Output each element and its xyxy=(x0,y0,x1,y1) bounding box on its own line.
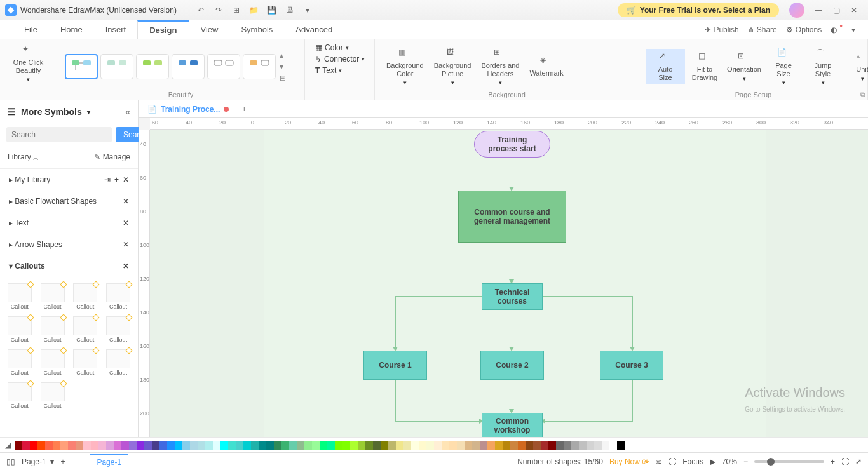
color-swatch[interactable] xyxy=(274,441,281,450)
color-swatch[interactable] xyxy=(602,441,609,450)
text-dropdown[interactable]: TText▾ xyxy=(311,65,368,76)
menu-file[interactable]: File xyxy=(13,21,49,38)
undo-icon[interactable]: ↶ xyxy=(192,1,210,19)
menu-view[interactable]: View xyxy=(189,21,230,38)
publish-button[interactable]: ✈Publish xyxy=(705,25,738,34)
color-swatch[interactable] xyxy=(137,441,144,450)
color-swatch[interactable] xyxy=(396,441,403,450)
print-icon[interactable]: 🖶 xyxy=(281,1,299,19)
user-avatar[interactable] xyxy=(789,3,804,18)
color-swatch[interactable] xyxy=(587,441,594,450)
callout-shape[interactable]: Callout xyxy=(4,281,36,312)
callout-shape[interactable]: Callout xyxy=(37,380,69,412)
close-cat-icon[interactable]: ✕ xyxy=(123,197,129,206)
color-swatch[interactable] xyxy=(335,441,342,450)
cat-my-library[interactable]: ▸ My Library⇥+✕ xyxy=(0,169,138,191)
watermark-button[interactable]: ◈Watermark xyxy=(524,53,568,80)
theme-5[interactable] xyxy=(207,54,240,79)
color-swatch[interactable] xyxy=(37,441,45,450)
color-swatch[interactable] xyxy=(472,441,480,450)
save-icon[interactable]: 💾 xyxy=(263,1,281,19)
collapse-ribbon-icon[interactable]: ▾ xyxy=(851,25,855,34)
color-swatch[interactable] xyxy=(373,441,381,450)
callout-shape[interactable]: Callout xyxy=(102,314,134,346)
color-swatch[interactable] xyxy=(213,441,220,450)
shape-start[interactable]: Training process start xyxy=(474,131,550,158)
menu-symbols[interactable]: Symbols xyxy=(229,21,284,38)
color-swatch[interactable] xyxy=(480,441,487,450)
borders-button[interactable]: ⊞Borders and Headers▾ xyxy=(476,45,524,88)
zoom-slider[interactable] xyxy=(754,460,824,463)
color-swatch[interactable] xyxy=(114,441,121,450)
color-swatch[interactable] xyxy=(243,441,251,450)
color-swatch[interactable] xyxy=(175,441,182,450)
minimize-icon[interactable]: — xyxy=(810,1,827,19)
callout-shape[interactable]: Callout xyxy=(70,281,102,312)
callout-shape[interactable]: Callout xyxy=(102,281,134,312)
color-swatch[interactable] xyxy=(556,441,564,450)
panel-icon[interactable]: ▯▯ xyxy=(6,457,15,466)
bg-picture-button[interactable]: 🖼Background Picture▾ xyxy=(429,45,477,88)
color-swatch[interactable] xyxy=(129,441,137,450)
color-swatch[interactable] xyxy=(449,441,457,450)
color-swatch[interactable] xyxy=(465,441,472,450)
color-swatch[interactable] xyxy=(312,441,320,450)
menu-home[interactable]: Home xyxy=(49,21,94,38)
presentation-icon[interactable]: ▶ xyxy=(710,457,715,466)
color-swatch[interactable] xyxy=(220,441,228,450)
callout-shape[interactable]: Callout xyxy=(37,314,69,346)
collapse-sidebar-icon[interactable]: « xyxy=(125,107,130,117)
color-swatch[interactable] xyxy=(541,441,548,450)
theme-3[interactable] xyxy=(136,54,169,79)
trial-banner[interactable]: 🛒Your Free Trial is over. Select a Plan xyxy=(618,3,779,17)
color-swatch[interactable] xyxy=(60,441,68,450)
color-swatch[interactable] xyxy=(388,441,396,450)
color-swatch[interactable] xyxy=(510,441,518,450)
zoom-level[interactable]: 70% xyxy=(722,457,737,466)
color-swatch[interactable] xyxy=(91,441,98,450)
shape-common[interactable]: Common course and general management xyxy=(458,191,566,243)
one-click-beautify-button[interactable]: ✦ One Click Beautify▾ xyxy=(6,42,50,85)
canvas[interactable]: Training process start Common course and… xyxy=(150,130,868,437)
bg-color-button[interactable]: ▥Background Color▾ xyxy=(381,45,429,88)
notif-icon[interactable]: ◐● xyxy=(831,25,843,34)
color-swatch[interactable] xyxy=(342,441,350,450)
add-page-button[interactable]: + xyxy=(60,457,65,466)
page-size-button[interactable]: 📄Page Size▾ xyxy=(764,45,803,88)
color-dropdown[interactable]: ▦Color▾ xyxy=(311,42,368,53)
new-tab-button[interactable]: + xyxy=(235,100,253,118)
close-cat-icon[interactable]: ✕ xyxy=(123,262,129,271)
jump-style-button[interactable]: ⌒Jump Style▾ xyxy=(803,45,843,88)
color-swatch[interactable] xyxy=(419,441,426,450)
zoom-out-button[interactable]: − xyxy=(743,457,748,466)
maximize-icon[interactable]: ▢ xyxy=(827,1,845,19)
focus-button[interactable]: Focus xyxy=(682,457,703,466)
library-label[interactable]: Library ︽ xyxy=(8,152,39,162)
close-cat-icon[interactable]: ✕ xyxy=(123,218,129,227)
color-swatch[interactable] xyxy=(68,441,76,450)
color-swatch[interactable] xyxy=(320,441,327,450)
theme-6[interactable] xyxy=(243,54,276,79)
new-icon[interactable]: ⊞ xyxy=(227,1,245,19)
share-button[interactable]: ⋔Share xyxy=(748,25,777,34)
color-swatch[interactable] xyxy=(15,441,22,450)
fullscreen-icon[interactable]: ⤢ xyxy=(855,457,862,466)
theme-4[interactable] xyxy=(172,54,205,79)
color-swatch[interactable] xyxy=(594,441,602,450)
menu-design[interactable]: Design xyxy=(137,20,189,39)
shape-tech[interactable]: Technical courses xyxy=(482,283,543,310)
qat-more-icon[interactable]: ▾ xyxy=(299,1,316,19)
callout-shape[interactable]: Callout xyxy=(102,347,134,379)
color-swatch[interactable] xyxy=(495,441,503,450)
color-swatch[interactable] xyxy=(152,441,159,450)
callout-shape[interactable]: Callout xyxy=(4,347,36,379)
import-icon[interactable]: ⇥ xyxy=(104,175,111,184)
layers-icon[interactable]: ≋ xyxy=(656,457,662,466)
color-swatch[interactable] xyxy=(297,441,304,450)
picker-icon[interactable]: ◢ xyxy=(5,441,11,450)
color-swatch[interactable] xyxy=(442,441,449,450)
open-icon[interactable]: 📁 xyxy=(245,1,263,19)
color-swatch[interactable] xyxy=(533,441,541,450)
more-symbols-button[interactable]: ☰ More Symbols▾ « xyxy=(0,100,138,123)
color-swatch[interactable] xyxy=(457,441,465,450)
